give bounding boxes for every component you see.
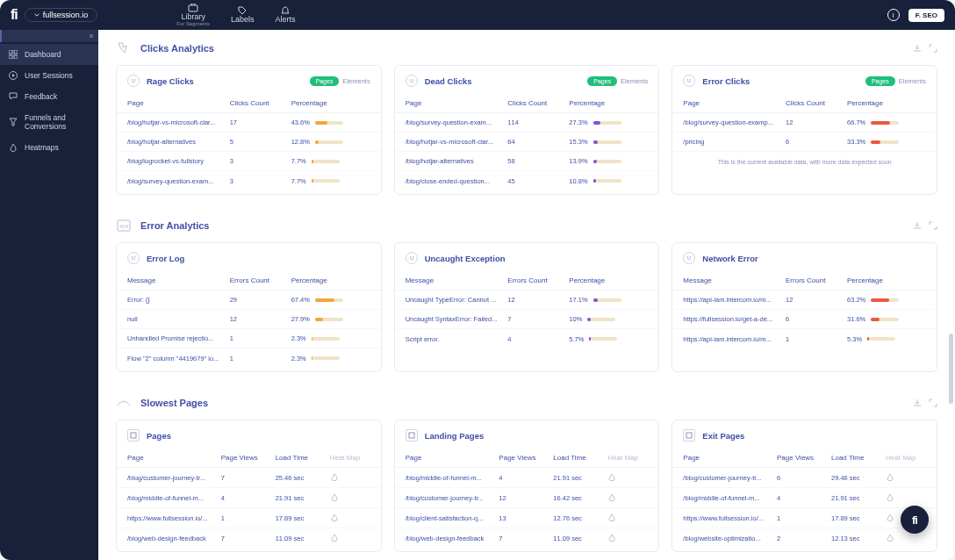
cell-heatmap[interactable] bbox=[607, 493, 648, 502]
table-row[interactable]: /blog/web-design-feedback 7 11.09 sec bbox=[117, 528, 381, 548]
table-row[interactable]: /blog/middle-of-funnel-m... 4 21.91 sec bbox=[117, 488, 381, 508]
user-button[interactable]: F. SEO bbox=[908, 9, 944, 22]
table-row[interactable]: /blog/hotjar-alternatives 5 12.8% bbox=[117, 133, 381, 152]
table-row[interactable]: Unhandled Promise rejectio... 1 2.3% bbox=[117, 329, 381, 348]
info-icon[interactable]: i bbox=[887, 9, 900, 21]
heatmap-icon[interactable] bbox=[886, 493, 894, 502]
card-header: Dead Clicks Pages Elements bbox=[395, 75, 659, 94]
table-row[interactable]: https://www.fullsession.io/... 1 17.89 s… bbox=[117, 508, 381, 528]
main-content[interactable]: Clicks Analytics Rage Clicks Pages Eleme… bbox=[98, 30, 955, 560]
cell-heatmap[interactable] bbox=[607, 534, 648, 542]
heatmap-icon[interactable] bbox=[607, 534, 616, 542]
table-row[interactable]: /blog/survey-question-examp... 12 66.7% bbox=[672, 113, 937, 133]
heatmap-icon[interactable] bbox=[330, 534, 339, 542]
table-row[interactable]: /blog/customer-journey-tr... 12 16.42 se… bbox=[395, 488, 659, 508]
heatmap-icon[interactable] bbox=[886, 534, 894, 542]
table-row[interactable]: https://www.fullsession.io/... 1 17.89 s… bbox=[672, 508, 937, 528]
cell-count: 6 bbox=[786, 138, 847, 146]
help-button[interactable]: fi bbox=[901, 506, 929, 534]
table-row[interactable]: /blog/survey-question-exam... 114 27.3% bbox=[395, 113, 659, 133]
table-row[interactable]: /blog/logrocket-vs-fullstory 3 7.7% bbox=[117, 152, 381, 171]
cell-heatmap[interactable] bbox=[607, 513, 648, 522]
download-icon[interactable] bbox=[913, 44, 922, 53]
table-row[interactable]: /blog/hotjar-alternatives 58 13.9% bbox=[395, 152, 659, 171]
heatmap-icon[interactable] bbox=[886, 513, 894, 522]
badge-pages[interactable]: Pages bbox=[865, 76, 895, 86]
sidebar-item-funnels[interactable]: Funnels and Conversions bbox=[0, 107, 98, 137]
download-icon[interactable] bbox=[913, 221, 922, 230]
sidebar-item-heatmaps[interactable]: Heatmaps bbox=[0, 137, 98, 158]
table-row[interactable]: null 12 27.9% bbox=[117, 310, 381, 329]
table-row[interactable]: /pricing 6 33.3% bbox=[672, 133, 937, 152]
table-row[interactable]: https://api-iam.intercom.io/m... 12 63.2… bbox=[672, 291, 937, 310]
top-nav: Library For Segments Labels Alerts bbox=[176, 4, 295, 26]
expand-icon[interactable] bbox=[929, 221, 937, 230]
card-row: Rage Clicks Pages Elements Page Clicks C… bbox=[116, 65, 937, 195]
table-row[interactable]: /blog/web-design-feedback 7 11.09 sec bbox=[395, 528, 659, 548]
nav-alerts[interactable]: Alerts bbox=[276, 6, 296, 24]
badge-elements[interactable]: Elements bbox=[342, 77, 370, 85]
table-row[interactable]: /blog/survey-question-exam... 3 7.7% bbox=[117, 171, 381, 190]
table-row[interactable]: Uncaught SyntaxError: Failed... 7 10% bbox=[395, 310, 659, 329]
col-header: Load Time bbox=[553, 454, 607, 462]
table-row[interactable]: /blog/hotjar-vs-microsoft-clar... 17 43.… bbox=[117, 113, 381, 133]
badge-elements[interactable]: Elements bbox=[621, 77, 648, 85]
expand-icon[interactable] bbox=[929, 398, 937, 407]
download-icon[interactable] bbox=[913, 398, 922, 407]
scrollbar-thumb[interactable] bbox=[949, 334, 953, 404]
table-row[interactable]: /blog/middle-of-funnel-m... 4 21.91 sec bbox=[395, 468, 659, 488]
table-row[interactable]: /blog/hotjar-vs-microsoft-clar... 64 15.… bbox=[395, 133, 659, 152]
cell-heatmap[interactable] bbox=[330, 493, 370, 502]
cell-heatmap[interactable] bbox=[886, 473, 926, 482]
table-row[interactable]: /blog/website-optimizatio... 2 12.13 sec bbox=[672, 528, 937, 548]
table-header: Page Page Views Load Time Heat Map bbox=[672, 449, 937, 468]
sidebar: Dashboard User Sessions Feedback Funnels… bbox=[0, 30, 98, 560]
nav-labels[interactable]: Labels bbox=[231, 6, 255, 24]
table-row[interactable]: /blog/client-satisfaction-q... 13 12.76 … bbox=[395, 508, 659, 528]
heatmap-icon[interactable] bbox=[607, 493, 616, 502]
table-row[interactable]: Error: {} 29 67.4% bbox=[117, 291, 381, 310]
heatmap-icon[interactable] bbox=[607, 513, 616, 522]
sidebar-item-sessions[interactable]: User Sessions bbox=[0, 65, 98, 86]
cell-heatmap[interactable] bbox=[330, 473, 370, 482]
card-badges: Pages Elements bbox=[310, 76, 370, 86]
cell-heatmap[interactable] bbox=[607, 473, 648, 482]
heatmap-icon[interactable] bbox=[607, 473, 616, 482]
table-row[interactable]: Uncaught TypeError: Cannot ... 12 17.1% bbox=[395, 291, 659, 310]
nav-library[interactable]: Library For Segments bbox=[176, 4, 210, 26]
sidebar-item-feedback[interactable]: Feedback bbox=[0, 86, 98, 107]
table-row[interactable]: /blog/close-ended-question... 45 10.8% bbox=[395, 171, 659, 190]
sidebar-item-dashboard[interactable]: Dashboard bbox=[0, 44, 98, 65]
expand-icon[interactable] bbox=[929, 44, 937, 53]
site-selector[interactable]: fullsession.io bbox=[25, 8, 98, 22]
table-row[interactable]: Script error. 4 5.7% bbox=[395, 329, 659, 348]
badge-pages[interactable]: Pages bbox=[587, 76, 617, 86]
table-row[interactable]: /blog/customer-journey-tr... 7 25.46 sec bbox=[117, 468, 381, 488]
table-row[interactable]: /blog/customer-journey-tr... 6 29.46 sec bbox=[672, 468, 937, 488]
heatmap-icon[interactable] bbox=[886, 473, 894, 482]
cell-views: 7 bbox=[221, 535, 276, 542]
sidebar-collapse-handle[interactable] bbox=[0, 30, 98, 42]
page-icon bbox=[127, 429, 140, 442]
cell-pct: 67.4% bbox=[291, 296, 370, 304]
cell-heatmap[interactable] bbox=[330, 513, 370, 522]
sidebar-item-label: Feedback bbox=[25, 92, 57, 101]
card: Pages Page Page Views Load Time Heat Map… bbox=[116, 420, 382, 552]
heatmap-icon[interactable] bbox=[330, 513, 339, 522]
table-row[interactable]: Flow "2" column "4419679" lo... 1 2.3% bbox=[117, 348, 381, 368]
table-row[interactable]: https://fullsession.io/get-a-de... 6 31.… bbox=[672, 310, 937, 329]
heatmap-icon[interactable] bbox=[330, 493, 339, 502]
card: Error Log Message Errors Count Percentag… bbox=[116, 242, 382, 372]
card-title: Uncaught Exception bbox=[425, 254, 506, 263]
table-row[interactable]: /blog/middle-of-funnel-m... 4 21.91 sec bbox=[672, 488, 937, 508]
heatmap-icon[interactable] bbox=[330, 473, 339, 482]
cell-heatmap[interactable] bbox=[330, 534, 370, 542]
cell-page: /blog/middle-of-funnel-m... bbox=[406, 474, 499, 482]
badge-pages[interactable]: Pages bbox=[310, 76, 340, 86]
cell-heatmap[interactable] bbox=[886, 493, 926, 502]
table-row[interactable]: https://api-iam.intercom.io/m... 1 5.3% bbox=[672, 329, 937, 348]
badge-elements[interactable]: Elements bbox=[899, 77, 926, 85]
cell-heatmap[interactable] bbox=[886, 534, 926, 542]
cell-count: 12 bbox=[786, 118, 847, 126]
cell-pct: 63.2% bbox=[847, 296, 926, 304]
